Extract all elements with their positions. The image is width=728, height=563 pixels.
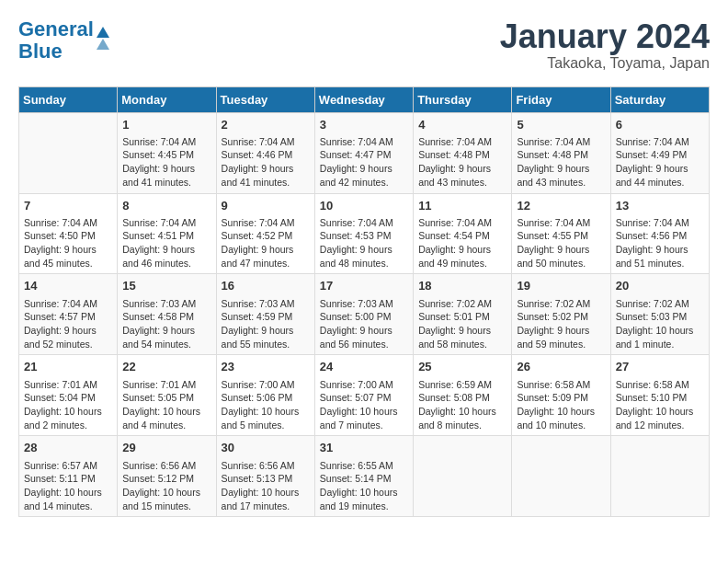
day-info: Sunrise: 6:56 AM Sunset: 5:13 PM Dayligh… xyxy=(222,459,310,513)
logo-text: General Blue xyxy=(18,18,94,63)
week-row-5: 28Sunrise: 6:57 AM Sunset: 5:11 PM Dayli… xyxy=(19,436,710,517)
day-number: 26 xyxy=(517,359,605,375)
day-info: Sunrise: 7:04 AM Sunset: 4:46 PM Dayligh… xyxy=(222,135,310,190)
day-number: 22 xyxy=(122,359,210,375)
day-info: Sunrise: 7:04 AM Sunset: 4:52 PM Dayligh… xyxy=(222,216,310,270)
calendar-cell: 1Sunrise: 7:04 AM Sunset: 4:45 PM Daylig… xyxy=(118,112,216,193)
day-number: 9 xyxy=(222,198,310,214)
day-info: Sunrise: 7:02 AM Sunset: 5:01 PM Dayligh… xyxy=(418,297,506,351)
calendar-cell: 7Sunrise: 7:04 AM Sunset: 4:50 PM Daylig… xyxy=(19,193,118,274)
calendar-cell: 12Sunrise: 7:04 AM Sunset: 4:55 PM Dayli… xyxy=(512,193,610,274)
day-number: 21 xyxy=(24,359,112,375)
day-info: Sunrise: 7:01 AM Sunset: 5:05 PM Dayligh… xyxy=(122,378,210,432)
calendar-cell: 21Sunrise: 7:01 AM Sunset: 5:04 PM Dayli… xyxy=(19,355,118,436)
calendar-cell xyxy=(610,436,709,517)
day-info: Sunrise: 7:04 AM Sunset: 4:49 PM Dayligh… xyxy=(616,135,704,190)
day-info: Sunrise: 7:04 AM Sunset: 4:53 PM Dayligh… xyxy=(320,216,408,270)
day-info: Sunrise: 7:04 AM Sunset: 4:48 PM Dayligh… xyxy=(418,135,506,190)
calendar-cell: 29Sunrise: 6:56 AM Sunset: 5:12 PM Dayli… xyxy=(118,436,216,517)
weekday-header-saturday: Saturday xyxy=(610,86,709,112)
day-info: Sunrise: 7:04 AM Sunset: 4:54 PM Dayligh… xyxy=(418,216,506,270)
day-info: Sunrise: 7:03 AM Sunset: 5:00 PM Dayligh… xyxy=(320,297,408,351)
day-number: 6 xyxy=(616,117,704,133)
day-number: 23 xyxy=(222,359,310,375)
day-number: 29 xyxy=(122,440,210,456)
day-number: 19 xyxy=(517,278,605,294)
day-number: 8 xyxy=(122,198,210,214)
calendar-cell: 4Sunrise: 7:04 AM Sunset: 4:48 PM Daylig… xyxy=(414,112,512,193)
calendar-cell: 26Sunrise: 6:58 AM Sunset: 5:09 PM Dayli… xyxy=(512,355,610,436)
calendar-cell: 18Sunrise: 7:02 AM Sunset: 5:01 PM Dayli… xyxy=(414,274,512,355)
day-info: Sunrise: 7:02 AM Sunset: 5:02 PM Dayligh… xyxy=(517,297,605,351)
day-info: Sunrise: 7:04 AM Sunset: 4:56 PM Dayligh… xyxy=(616,216,704,270)
day-info: Sunrise: 7:04 AM Sunset: 4:57 PM Dayligh… xyxy=(24,297,112,351)
calendar-cell: 5Sunrise: 7:04 AM Sunset: 4:48 PM Daylig… xyxy=(512,112,610,193)
day-info: Sunrise: 7:04 AM Sunset: 4:48 PM Dayligh… xyxy=(517,135,605,190)
day-info: Sunrise: 7:00 AM Sunset: 5:06 PM Dayligh… xyxy=(222,378,310,432)
calendar-cell: 16Sunrise: 7:03 AM Sunset: 4:59 PM Dayli… xyxy=(216,274,314,355)
day-number: 3 xyxy=(320,117,408,133)
page-header: General Blue January 2024 Takaoka, Toyam… xyxy=(18,18,710,72)
calendar-cell: 19Sunrise: 7:02 AM Sunset: 5:02 PM Dayli… xyxy=(512,274,610,355)
day-info: Sunrise: 7:01 AM Sunset: 5:04 PM Dayligh… xyxy=(24,378,112,432)
week-row-2: 7Sunrise: 7:04 AM Sunset: 4:50 PM Daylig… xyxy=(19,193,710,274)
day-info: Sunrise: 7:04 AM Sunset: 4:45 PM Dayligh… xyxy=(122,135,210,190)
day-number: 10 xyxy=(320,198,408,214)
day-number: 4 xyxy=(418,117,506,133)
day-number: 2 xyxy=(222,117,310,133)
calendar-subtitle: Takaoka, Toyama, Japan xyxy=(500,55,710,72)
day-number: 31 xyxy=(320,440,408,456)
day-number: 5 xyxy=(517,117,605,133)
calendar-cell: 6Sunrise: 7:04 AM Sunset: 4:49 PM Daylig… xyxy=(610,112,709,193)
calendar-cell: 20Sunrise: 7:02 AM Sunset: 5:03 PM Dayli… xyxy=(610,274,709,355)
title-block: January 2024 Takaoka, Toyama, Japan xyxy=(500,18,710,72)
weekday-header-sunday: Sunday xyxy=(19,86,118,112)
weekday-header-tuesday: Tuesday xyxy=(216,86,314,112)
calendar-cell: 31Sunrise: 6:55 AM Sunset: 5:14 PM Dayli… xyxy=(314,436,413,517)
day-number: 17 xyxy=(320,278,408,294)
day-info: Sunrise: 6:58 AM Sunset: 5:09 PM Dayligh… xyxy=(517,378,605,432)
day-info: Sunrise: 7:03 AM Sunset: 4:59 PM Dayligh… xyxy=(222,297,310,351)
day-number: 14 xyxy=(24,278,112,294)
day-number: 25 xyxy=(418,359,506,375)
week-row-3: 14Sunrise: 7:04 AM Sunset: 4:57 PM Dayli… xyxy=(19,274,710,355)
calendar-cell: 11Sunrise: 7:04 AM Sunset: 4:54 PM Dayli… xyxy=(414,193,512,274)
day-number: 28 xyxy=(24,440,112,456)
calendar-cell: 28Sunrise: 6:57 AM Sunset: 5:11 PM Dayli… xyxy=(19,436,118,517)
day-info: Sunrise: 7:04 AM Sunset: 4:50 PM Dayligh… xyxy=(24,216,112,270)
calendar-cell: 2Sunrise: 7:04 AM Sunset: 4:46 PM Daylig… xyxy=(216,112,314,193)
weekday-header-row: SundayMondayTuesdayWednesdayThursdayFrid… xyxy=(19,86,710,112)
weekday-header-friday: Friday xyxy=(512,86,610,112)
day-number: 1 xyxy=(122,117,210,133)
week-row-1: 1Sunrise: 7:04 AM Sunset: 4:45 PM Daylig… xyxy=(19,112,710,193)
calendar-table: SundayMondayTuesdayWednesdayThursdayFrid… xyxy=(18,86,710,518)
weekday-header-monday: Monday xyxy=(118,86,216,112)
calendar-cell: 9Sunrise: 7:04 AM Sunset: 4:52 PM Daylig… xyxy=(216,193,314,274)
day-info: Sunrise: 6:56 AM Sunset: 5:12 PM Dayligh… xyxy=(122,459,210,513)
day-info: Sunrise: 6:58 AM Sunset: 5:10 PM Dayligh… xyxy=(616,378,704,432)
calendar-cell: 22Sunrise: 7:01 AM Sunset: 5:05 PM Dayli… xyxy=(118,355,216,436)
day-number: 16 xyxy=(222,278,310,294)
calendar-cell: 14Sunrise: 7:04 AM Sunset: 4:57 PM Dayli… xyxy=(19,274,118,355)
calendar-cell xyxy=(19,112,118,193)
day-number: 11 xyxy=(418,198,506,214)
calendar-cell xyxy=(414,436,512,517)
logo: General Blue xyxy=(18,18,109,63)
day-info: Sunrise: 6:57 AM Sunset: 5:11 PM Dayligh… xyxy=(24,459,112,513)
calendar-cell: 25Sunrise: 6:59 AM Sunset: 5:08 PM Dayli… xyxy=(414,355,512,436)
day-info: Sunrise: 6:59 AM Sunset: 5:08 PM Dayligh… xyxy=(418,378,506,432)
day-info: Sunrise: 7:04 AM Sunset: 4:55 PM Dayligh… xyxy=(517,216,605,270)
day-number: 12 xyxy=(517,198,605,214)
day-number: 18 xyxy=(418,278,506,294)
weekday-header-thursday: Thursday xyxy=(414,86,512,112)
day-number: 13 xyxy=(616,198,704,214)
day-number: 15 xyxy=(122,278,210,294)
calendar-cell: 3Sunrise: 7:04 AM Sunset: 4:47 PM Daylig… xyxy=(314,112,413,193)
week-row-4: 21Sunrise: 7:01 AM Sunset: 5:04 PM Dayli… xyxy=(19,355,710,436)
calendar-cell: 30Sunrise: 6:56 AM Sunset: 5:13 PM Dayli… xyxy=(216,436,314,517)
calendar-cell: 23Sunrise: 7:00 AM Sunset: 5:06 PM Dayli… xyxy=(216,355,314,436)
calendar-cell: 24Sunrise: 7:00 AM Sunset: 5:07 PM Dayli… xyxy=(314,355,413,436)
calendar-cell xyxy=(512,436,610,517)
calendar-cell: 15Sunrise: 7:03 AM Sunset: 4:58 PM Dayli… xyxy=(118,274,216,355)
calendar-cell: 13Sunrise: 7:04 AM Sunset: 4:56 PM Dayli… xyxy=(610,193,709,274)
